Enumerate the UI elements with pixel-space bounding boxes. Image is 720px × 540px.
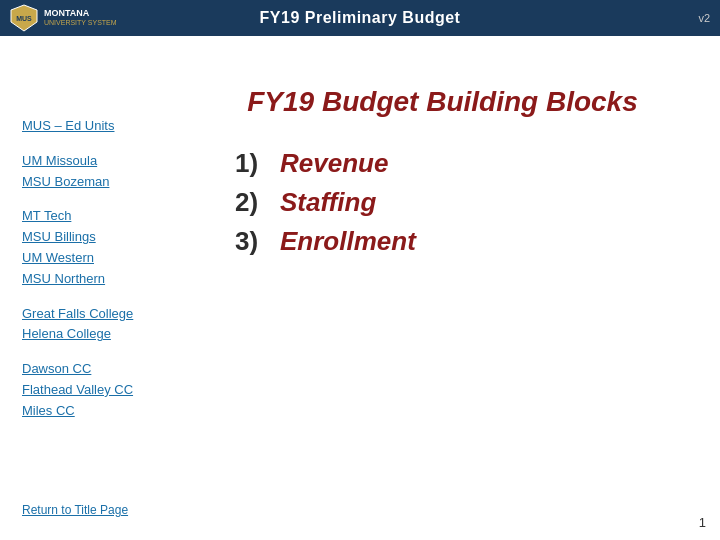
sidebar: MUS – Ed Units UM Missoula MSU Bozeman M… [0, 56, 175, 530]
sidebar-link-um-western[interactable]: UM Western [22, 248, 155, 269]
sidebar-group-1: MUS – Ed Units [22, 116, 155, 137]
sidebar-link-helena-college[interactable]: Helena College [22, 324, 155, 345]
logo-area: MUS MONTANA UNIVERSITY SYSTEM [10, 4, 117, 32]
sidebar-link-great-falls-college[interactable]: Great Falls College [22, 304, 155, 325]
sidebar-group-5: Dawson CC Flathead Valley CC Miles CC [22, 359, 155, 421]
header-bar: MUS MONTANA UNIVERSITY SYSTEM FY19 Preli… [0, 0, 720, 36]
budget-items-list: 1) Revenue 2) Staffing 3) Enrollment [195, 148, 690, 257]
budget-item-1: 1) Revenue [235, 148, 690, 179]
sidebar-link-flathead-valley-cc[interactable]: Flathead Valley CC [22, 380, 155, 401]
logo-text-montana: MONTANA [44, 9, 117, 19]
item-label-enrollment: Enrollment [280, 226, 416, 257]
budget-item-3: 3) Enrollment [235, 226, 690, 257]
mus-logo: MUS [10, 4, 38, 32]
sidebar-link-dawson-cc[interactable]: Dawson CC [22, 359, 155, 380]
main-content: FY19 Budget Building Blocks 1) Revenue 2… [175, 56, 720, 530]
sidebar-link-msu-northern[interactable]: MSU Northern [22, 269, 155, 290]
sidebar-group-3: MT Tech MSU Billings UM Western MSU Nort… [22, 206, 155, 289]
logo-text-university: UNIVERSITY SYSTEM [44, 19, 117, 27]
return-link-container: Return to Title Page [22, 493, 155, 520]
header-version: v2 [698, 12, 710, 24]
page-number: 1 [699, 515, 706, 530]
content-area: MUS – Ed Units UM Missoula MSU Bozeman M… [0, 36, 720, 540]
item-number-3: 3) [235, 226, 280, 257]
sidebar-link-miles-cc[interactable]: Miles CC [22, 401, 155, 422]
return-to-title-link[interactable]: Return to Title Page [22, 501, 155, 520]
sidebar-link-msu-billings[interactable]: MSU Billings [22, 227, 155, 248]
sidebar-link-msu-bozeman[interactable]: MSU Bozeman [22, 172, 155, 193]
sidebar-link-mus-ed-units[interactable]: MUS – Ed Units [22, 116, 155, 137]
item-label-staffing: Staffing [280, 187, 376, 218]
svg-text:MUS: MUS [16, 15, 32, 22]
page-title: FY19 Budget Building Blocks [195, 86, 690, 118]
sidebar-group-4: Great Falls College Helena College [22, 304, 155, 346]
item-label-revenue: Revenue [280, 148, 388, 179]
header-title: FY19 Preliminary Budget [260, 9, 461, 27]
sidebar-link-um-missoula[interactable]: UM Missoula [22, 151, 155, 172]
sidebar-link-mt-tech[interactable]: MT Tech [22, 206, 155, 227]
item-number-2: 2) [235, 187, 280, 218]
budget-item-2: 2) Staffing [235, 187, 690, 218]
sidebar-group-2: UM Missoula MSU Bozeman [22, 151, 155, 193]
item-number-1: 1) [235, 148, 280, 179]
